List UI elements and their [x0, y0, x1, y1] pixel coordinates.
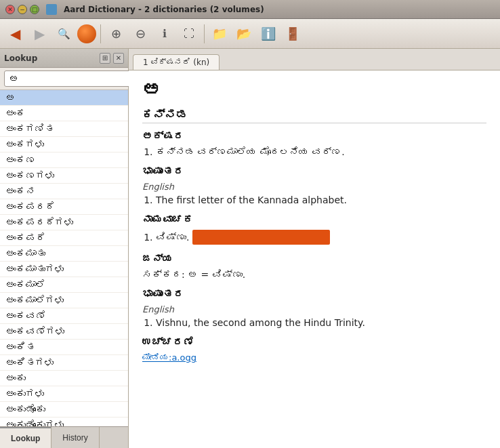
titlebar: ✕ − □ Aard Dictionary - 2 dictionaries (…: [0, 0, 500, 19]
view-button[interactable]: ℹ: [154, 23, 175, 45]
subsection-etymology: ಜನ್ಯ ಸಕ್ಕದ: ಅ = ವಿಷ್ಣು.: [142, 253, 486, 280]
zoom-out-button[interactable]: ⊖: [129, 23, 151, 45]
translation-list-2: Vishnu, the second among the Hindu Trini…: [142, 317, 486, 328]
list-item[interactable]: ಅಂಕಿತ: [0, 340, 128, 355]
content-tab-bar: 1 ವಿಕ್ಷನರಿ (kn): [129, 49, 500, 70]
list-item[interactable]: ಅಂಕಪರೆ: [0, 230, 128, 246]
translation-lang-english-1: English: [142, 182, 486, 192]
lookup-icon-grid[interactable]: ⊞: [100, 53, 110, 64]
about-button[interactable]: ℹ️: [257, 23, 279, 45]
toolbar: ◀ ▶ 🔍 ⊕ ⊖ ℹ ⛶ 📁 📂 ℹ️ 🚪: [0, 19, 500, 49]
zoom-out-icon: ⊖: [136, 26, 146, 41]
def-item-1: ಕನ್ನಡ ವರ್ಣಮಾಲೆಯ ಮೊದಲನೆಯ ವರ್ಣ.: [156, 146, 486, 157]
titlebar-buttons: ✕ − □: [5, 5, 39, 14]
heading-akshara: ಅಕ್ಷರ: [142, 130, 486, 142]
list-item[interactable]: ಅಂಕಪರದೆ: [0, 199, 128, 215]
close-button[interactable]: ✕: [5, 5, 15, 14]
entry-main-letter: ಅ: [142, 79, 486, 101]
list-item[interactable]: ಅಂಕುಡೊಂಕು: [0, 402, 128, 418]
search-area: 🖊: [0, 68, 128, 90]
noun-text: ವಿಷ್ಣು.: [156, 232, 189, 243]
toolbar-separator-2: [204, 24, 205, 43]
quit-icon: 🚪: [285, 26, 300, 41]
open-dict-button[interactable]: 📁: [209, 23, 230, 45]
etymology-text: ಸಕ್ಕದ: ಅ = ವಿಷ್ಣು.: [142, 269, 486, 280]
section-kannada: ಕನ್ನಡ ಅಕ್ಷರ ಕನ್ನಡ ವರ್ಣಮಾಲೆಯ ಮೊದಲನೆಯ ವರ್ಣ…: [142, 108, 486, 363]
noun-item-1: ವಿಷ್ಣು.: [156, 230, 486, 245]
list-item[interactable]: ಅಂಕಣಗಳು: [0, 168, 128, 184]
zoom-in-button[interactable]: ⊕: [105, 23, 127, 45]
list-item[interactable]: ಅಂಕಗಳು: [0, 137, 128, 152]
translation-item-1: The first letter of the Kannada alphabet…: [156, 195, 486, 205]
list-item[interactable]: ಅ: [0, 90, 128, 106]
lookup-icon-close[interactable]: ✕: [113, 53, 124, 64]
list-item[interactable]: ಅಂಕಿತಗಳು: [0, 355, 128, 371]
subsection-translation-1: ಭಾಷಾಂತರ English The first letter of the …: [142, 165, 486, 205]
heading-etymology: ಜನ್ಯ: [142, 253, 486, 265]
section-lang-kannada: ಕನ್ನಡ: [142, 108, 486, 123]
list-item[interactable]: ಅಂಕಮಾತು: [0, 246, 128, 262]
subsection-akshara: ಅಕ್ಷರ ಕನ್ನಡ ವರ್ಣಮಾಲೆಯ ಮೊದಲನೆಯ ವರ್ಣ.: [142, 130, 486, 157]
home-button[interactable]: [77, 24, 96, 43]
highlighted-vishnu: [192, 230, 330, 245]
zoom-fit-button[interactable]: 🔍: [53, 23, 75, 45]
lookup-title: Lookup: [4, 54, 37, 63]
translation-lang-english-2: English: [142, 304, 486, 314]
subsection-noun: ನಾಮವಾಚಕ ವಿಷ್ಣು.: [142, 213, 486, 245]
list-item[interactable]: ಅಂಕುಡೊಂಕುಗಳು: [0, 418, 128, 426]
forward-arrow-icon: ▶: [35, 26, 45, 42]
minimize-button[interactable]: −: [18, 5, 27, 14]
zoom-in-icon: ⊕: [111, 26, 121, 41]
tab-lookup[interactable]: Lookup: [0, 427, 51, 448]
noun-list: ವಿಷ್ಣು.: [142, 230, 486, 245]
list-item[interactable]: ಅಂಕವಣೆಗಳು: [0, 324, 128, 340]
bottom-tabs: Lookup History: [0, 426, 128, 448]
window-title: Aard Dictionary - 2 dictionaries (2 volu…: [64, 5, 264, 14]
quit-button[interactable]: 🚪: [282, 23, 304, 45]
heading-translation-1: ಭಾಷಾಂತರ: [142, 165, 486, 178]
lookup-header-icons: ⊞ ✕: [100, 53, 124, 64]
list-item[interactable]: ಅಂಕುಗಳು: [0, 386, 128, 402]
view-icon: ℹ: [163, 27, 167, 40]
list-item[interactable]: ಅಂಕಣ: [0, 152, 128, 168]
back-arrow-icon: ◀: [10, 26, 20, 42]
list-item[interactable]: ಅಂಕು: [0, 371, 128, 386]
translation-list-1: The first letter of the Kannada alphabet…: [142, 195, 486, 205]
open-dict-icon: 📁: [212, 26, 227, 41]
content-tab-1[interactable]: 1 ವಿಕ್ಷನರಿ (kn): [133, 54, 220, 70]
subsection-translation-2: ಭಾಷಾಂತರ English Vishnu, the second among…: [142, 288, 486, 328]
open-dict2-icon: 📂: [236, 26, 251, 41]
list-item[interactable]: ಅಂಕಗಣಿತ: [0, 121, 128, 137]
list-item[interactable]: ಅಂಕ: [0, 106, 128, 121]
toolbar-separator-1: [100, 24, 101, 43]
list-item[interactable]: ಅಂಕಮಾಲೆಗಳು: [0, 293, 128, 308]
list-item[interactable]: ಅಂಕಪರದೆಗಳು: [0, 215, 128, 230]
list-item[interactable]: ಅಂಕಮಾತುಗಳು: [0, 262, 128, 277]
app-icon: [46, 4, 57, 15]
fullscreen-button[interactable]: ⛶: [178, 23, 200, 45]
def-list-akshara: ಕನ್ನಡ ವರ್ಣಮಾಲೆಯ ಮೊದಲನೆಯ ವರ್ಣ.: [142, 146, 486, 157]
heading-noun: ನಾಮವಾಚಕ: [142, 213, 486, 226]
list-item[interactable]: ಅಂಕವಣೆ: [0, 308, 128, 324]
forward-button[interactable]: ▶: [28, 23, 50, 45]
zoom-fit-icon: 🔍: [58, 28, 70, 40]
content-area[interactable]: ಅ ಕನ್ನಡ ಅಕ್ಷರ ಕನ್ನಡ ವರ್ಣಮಾಲೆಯ ಮೊದಲನೆಯ ವರ…: [129, 70, 500, 448]
word-list[interactable]: ಅಅಂಕಅಂಕಗಣಿತಅಂಕಗಳುಅಂಕಣಅಂಕಣಗಳುಅಂಕನಅಂಕಪರದೆಅ…: [0, 90, 128, 426]
left-panel: Lookup ⊞ ✕ 🖊 ಅಅಂಕಅಂಕಗಣಿತಅಂಕಗಳುಅಂಕಣಅಂಕಣಗಳ…: [0, 49, 129, 448]
fullscreen-icon: ⛶: [184, 28, 194, 40]
open-dict2-button[interactable]: 📂: [233, 23, 255, 45]
pronunciation-link[interactable]: ಮೀಡಿಯ:a.ogg: [142, 352, 196, 363]
list-item[interactable]: ಅಂಕಮಾಲೆ: [0, 277, 128, 293]
translation-item-2: Vishnu, the second among the Hindu Trini…: [156, 317, 486, 328]
back-button[interactable]: ◀: [4, 23, 26, 45]
main-area: Lookup ⊞ ✕ 🖊 ಅಅಂಕಅಂಕಗಣಿತಅಂಕಗಳುಅಂಕಣಅಂಕಣಗಳ…: [0, 49, 500, 448]
about-icon: ℹ️: [261, 26, 276, 41]
subsection-pronunciation: ಉಚ್ಚರಣೆ ಮೀಡಿಯ:a.ogg: [142, 336, 486, 363]
heading-translation-2: ಭಾಷಾಂತರ: [142, 288, 486, 300]
heading-pronunciation: ಉಚ್ಚರಣೆ: [142, 336, 486, 348]
search-input[interactable]: [4, 70, 131, 87]
lookup-header: Lookup ⊞ ✕: [0, 49, 128, 68]
maximize-button[interactable]: □: [30, 5, 39, 14]
tab-history[interactable]: History: [51, 427, 99, 448]
list-item[interactable]: ಅಂಕನ: [0, 184, 128, 199]
